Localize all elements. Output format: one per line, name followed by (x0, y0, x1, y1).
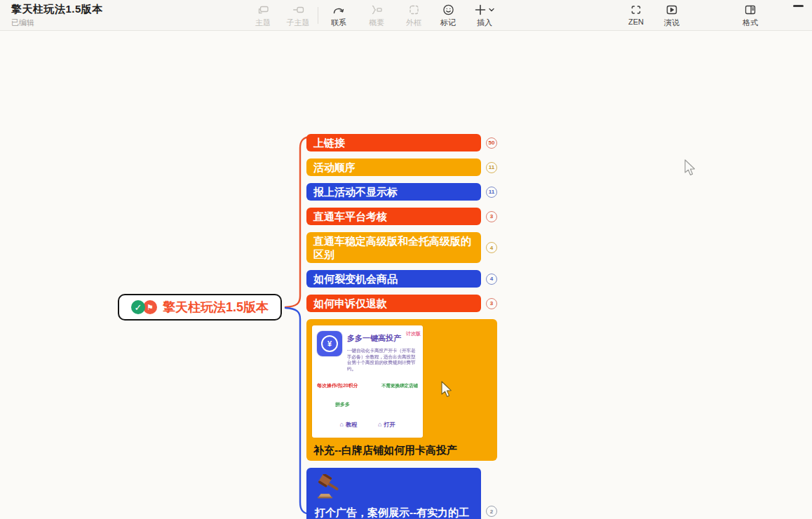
topic-row: 报上活动不显示标 11 (306, 183, 497, 201)
topic-row: 直通车稳定高级版和全托高级版的区别 4 (306, 232, 497, 263)
ad-topic-label: 打个广告，案例展示--有实力的工厂可以找我们纯佣代运营收-除去退货的5% (315, 506, 473, 519)
zen-mode-button[interactable]: ZEN (618, 3, 654, 26)
count-badge[interactable]: 2 (486, 506, 497, 517)
topic-node-baoshanghuodong[interactable]: 报上活动不显示标 (306, 183, 481, 201)
document-title: 擎天柱玩法1.5版本 (11, 3, 103, 16)
pitch-button[interactable]: 演说 (654, 3, 689, 28)
insert-button[interactable]: 插入 (465, 3, 504, 28)
format-panel-icon (733, 3, 768, 17)
relationship-icon (321, 3, 356, 17)
check-icon[interactable]: ✓ (131, 300, 145, 314)
toolbar-separator (318, 7, 318, 24)
topic-node-buchong-image[interactable]: 计次版 ¥ 多多一键高投产 一键自动化卡高投产开卡（开车老手必备）全教程，适合出… (306, 319, 497, 461)
card-price-note: 每次操作/扣20积分 (317, 379, 358, 392)
home-icon: ⌂ (340, 418, 344, 431)
format-button[interactable]: 格式 (733, 3, 768, 28)
count-badge[interactable]: 50 (486, 137, 497, 149)
topic-button[interactable]: 主题 (245, 3, 280, 28)
topic-node-shensu[interactable]: 如何申诉仅退款 (306, 295, 481, 312)
topic-node-huodongshunxu[interactable]: 活动顺序 (306, 159, 481, 176)
topic-icon (245, 3, 280, 17)
card-corner-tag: 计次版 (406, 327, 421, 340)
topic-node-shanglianjie[interactable]: 上链接 (306, 134, 481, 151)
subtopic-icon (280, 3, 316, 17)
app-logo-icon: ¥ (317, 331, 342, 356)
count-badge[interactable]: 4 (486, 274, 497, 285)
boundary-icon (396, 3, 431, 17)
card-right-note: 不需更换绑定店铺 (381, 379, 418, 392)
central-topic-node[interactable]: ✓ ⚑ 擎天柱玩法1.5版本 (118, 294, 282, 321)
topic-node-liebian[interactable]: 如何裂变机会商品 (306, 270, 481, 288)
mindmap-canvas[interactable]: ✓ ⚑ 擎天柱玩法1.5版本 上链接 50 活动顺序 11 报上活动不显示标 1… (0, 31, 812, 519)
count-badge[interactable]: 3 (486, 211, 497, 222)
topic-node-ad[interactable]: 打个广告，案例展示--有实力的工厂可以找我们纯佣代运营收-除去退货的5% (306, 468, 481, 519)
window-minimize-dash[interactable] (793, 5, 804, 7)
mouse-cursor-faint (684, 159, 698, 177)
marker-button[interactable]: 标记 (431, 3, 466, 28)
topic-node-zhitongche-qubie[interactable]: 直通车稳定高级版和全托高级版的区别 (306, 232, 481, 263)
summary-button[interactable]: 概要 (359, 3, 394, 28)
topic-row: 计次版 ¥ 多多一键高投产 一键自动化卡高投产开卡（开车老手必备）全教程，适合出… (306, 319, 497, 461)
chevron-down-icon (488, 6, 495, 13)
card-platform: 拼多多 (335, 398, 418, 411)
mouse-cursor-embedded (440, 381, 454, 399)
zen-icon (618, 3, 654, 17)
topic-row: 如何裂变机会商品 4 (306, 270, 497, 288)
card-description: 一键自动化卡高投产开卡（开车老手必备）全教程，适合出去高投型台第十个高投前的收费… (347, 348, 418, 372)
marker-icon (431, 3, 466, 17)
subtopic-button[interactable]: 子主题 (280, 3, 316, 28)
open-link: ⌂ 打开 (378, 418, 395, 431)
home-icon: ⌂ (378, 418, 381, 431)
document-status: 已编辑 (11, 18, 103, 28)
topic-row: 如何申诉仅退款 3 (306, 295, 497, 312)
count-badge[interactable]: 11 (486, 162, 497, 173)
summary-icon (359, 3, 394, 17)
tutorial-link: ⌂ 教程 (340, 418, 357, 431)
document-info: 擎天柱玩法1.5版本 已编辑 (11, 3, 103, 28)
embedded-screenshot: 计次版 ¥ 多多一键高投产 一键自动化卡高投产开卡（开车老手必备）全教程，适合出… (312, 325, 423, 438)
count-badge[interactable]: 4 (486, 242, 497, 253)
toolbar: 擎天柱玩法1.5版本 已编辑 主题 子主题 联系 (0, 0, 812, 31)
central-topic-label: 擎天柱玩法1.5版本 (163, 299, 269, 316)
topic-node-zhitongche-kaohe[interactable]: 直通车平台考核 (306, 208, 481, 225)
count-badge[interactable]: 3 (486, 298, 497, 309)
relationship-button[interactable]: 联系 (321, 3, 356, 28)
topic-row: 活动顺序 11 (306, 159, 497, 176)
play-icon (654, 3, 689, 17)
topic-row: 打个广告，案例展示--有实力的工厂可以找我们纯佣代运营收-除去退货的5% 2 (306, 468, 497, 519)
child-topics-column: 上链接 50 活动顺序 11 报上活动不显示标 11 直通车平台考核 3 直通车… (306, 134, 497, 519)
topic-row: 上链接 50 (306, 134, 497, 151)
count-badge[interactable]: 11 (486, 187, 497, 198)
gavel-icon (315, 474, 344, 499)
plus-icon (474, 4, 487, 16)
boundary-button[interactable]: 外框 (396, 3, 431, 28)
flag-icon[interactable]: ⚑ (143, 300, 157, 314)
topic-row: 直通车平台考核 3 (306, 208, 497, 225)
topic-caption: 补充--白牌店铺如何用卡高投产 (312, 443, 490, 457)
